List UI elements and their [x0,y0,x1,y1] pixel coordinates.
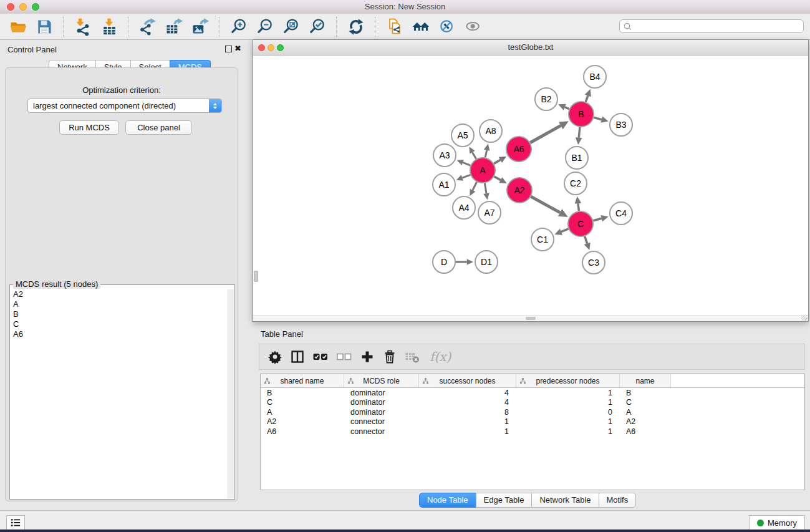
mcds-result-item[interactable]: A [11,299,228,309]
cell-successor-nodes[interactable]: 1 [419,427,516,436]
cell-shared-name[interactable]: A6 [261,427,344,436]
cell-name[interactable]: A2 [620,417,671,426]
close-panel-button[interactable]: Close panel [125,120,192,135]
graph-edge-A-A5[interactable] [469,147,476,159]
cell-name[interactable]: A [620,408,671,417]
cell-successor-nodes[interactable]: 1 [419,417,516,426]
column-header-mcds-role[interactable]: MCDS role [344,374,419,387]
cell-shared-name[interactable]: B [261,389,344,397]
cell-mcds-role[interactable]: connector [344,427,419,436]
cell-predecessor-nodes[interactable]: 1 [516,417,620,426]
graph-edge-B-B2[interactable] [558,104,569,110]
cell-successor-nodes[interactable]: 4 [419,389,516,397]
cell-mcds-role[interactable]: dominator [344,408,419,417]
column-header-successor-nodes[interactable]: successor nodes [419,374,516,387]
table-tab-node-table[interactable]: Node Table [419,493,476,508]
show-hide-eye-icon[interactable] [462,16,485,38]
home-icon[interactable] [410,16,432,38]
cell-successor-nodes[interactable]: 8 [419,408,516,417]
cell-name[interactable]: B [620,389,671,397]
graph-node-A1[interactable]: A1 [433,173,455,196]
graph-node-A2[interactable]: A2 [507,178,532,203]
network-graph-canvas[interactable]: B4B2BB3A8A5A6A3B1AA1C2A2A4A7C4CC1C3DD1 [253,55,808,316]
network-window-titlebar[interactable]: testGlobe.txt [253,40,808,56]
delete-table-icon[interactable] [405,349,420,364]
run-mcds-button[interactable]: Run MCDS [59,120,119,135]
cell-name[interactable]: C [620,398,671,407]
zoom-out-icon[interactable] [254,16,276,38]
import-table-icon[interactable] [98,16,120,38]
graph-edge-C-C4[interactable] [593,215,608,221]
zoom-in-icon[interactable] [228,16,250,38]
table-tab-edge-table[interactable]: Edge Table [476,493,533,508]
graph-edge-A6-B[interactable] [530,121,569,143]
graph-node-B[interactable]: B [569,102,594,127]
graph-node-A[interactable]: A [470,158,495,183]
resize-grip-icon[interactable] [801,316,808,321]
graph-node-A7[interactable]: A7 [478,201,501,224]
column-header-predecessor-nodes[interactable]: predecessor nodes [516,374,620,387]
zoom-selected-icon[interactable] [306,16,329,38]
graph-node-A4[interactable]: A4 [453,196,475,219]
cell-name[interactable]: A6 [620,427,671,436]
open-folder-icon[interactable] [7,16,29,38]
cell-predecessor-nodes[interactable]: 0 [516,408,620,417]
graph-edge-D-D1[interactable] [456,259,473,265]
graph-node-C3[interactable]: C3 [582,251,605,274]
cell-predecessor-nodes[interactable]: 1 [516,398,620,407]
hide-graphics-details-icon[interactable] [436,16,458,38]
graph-edge-A-A1[interactable] [456,175,471,180]
graph-edge-A-A6[interactable] [494,157,506,164]
graph-node-A3[interactable]: A3 [433,144,456,167]
function-builder-icon[interactable]: f(x) [430,349,451,364]
export-network-icon[interactable] [137,16,159,38]
optimization-criterion-dropdown[interactable]: largest connected component (directed) [27,99,222,113]
mcds-list-scrollbar[interactable] [228,289,234,498]
graph-edge-C-C1[interactable] [554,229,568,235]
cell-mcds-role[interactable]: dominator [344,398,419,407]
cell-shared-name[interactable]: A2 [261,417,344,426]
graph-node-B3[interactable]: B3 [610,114,632,136]
graph-node-A6[interactable]: A6 [506,137,531,162]
select-all-icon[interactable] [313,349,328,364]
horizontal-scrollbar[interactable] [253,315,808,321]
gear-icon[interactable] [268,349,282,364]
table-row[interactable]: A6connector11A6 [261,427,804,437]
graph-node-C1[interactable]: C1 [531,228,554,251]
column-header-name[interactable]: name [620,374,671,387]
add-column-icon[interactable] [360,349,374,364]
graph-node-B1[interactable]: B1 [566,147,588,169]
mcds-result-item[interactable]: A6 [11,329,228,339]
mcds-result-item[interactable]: A2 [11,289,228,299]
graph-edge-A2-C[interactable] [531,196,567,217]
float-panel-icon[interactable] [225,46,232,52]
cell-shared-name[interactable]: C [261,398,344,407]
graph-node-D1[interactable]: D1 [475,251,498,273]
graph-edge-C-C3[interactable] [584,236,591,250]
graph-node-A8[interactable]: A8 [480,120,502,142]
graph-edge-A-A2[interactable] [494,177,506,183]
export-table-icon[interactable] [163,16,185,38]
zoom-fit-icon[interactable] [280,16,302,38]
table-tab-motifs[interactable]: Motifs [599,493,637,508]
graph-node-C[interactable]: C [568,211,593,236]
graph-edge-C-C2[interactable] [575,196,582,211]
table-row[interactable]: A2connector11A2 [261,417,804,427]
search-input[interactable] [634,21,803,31]
task-history-button[interactable] [6,515,25,530]
graph-edge-B-B1[interactable] [576,127,582,145]
table-row[interactable]: Bdominator41B [261,388,804,398]
close-panel-icon[interactable]: ✖ [234,44,241,54]
cell-successor-nodes[interactable]: 4 [419,398,516,407]
refresh-icon[interactable] [345,16,367,38]
search-field[interactable] [619,19,804,33]
graph-node-B4[interactable]: B4 [584,65,606,88]
graph-edge-A-A8[interactable] [484,144,489,158]
mcds-result-item[interactable]: C [11,319,228,329]
cell-predecessor-nodes[interactable]: 1 [516,389,620,397]
dropdown-stepper-icon[interactable] [209,99,221,112]
deselect-all-icon[interactable] [337,349,352,364]
table-row[interactable]: Adominator80A [261,407,804,417]
table-tab-network-table[interactable]: Network Table [531,493,599,508]
duplicate-network-icon[interactable] [383,16,406,38]
